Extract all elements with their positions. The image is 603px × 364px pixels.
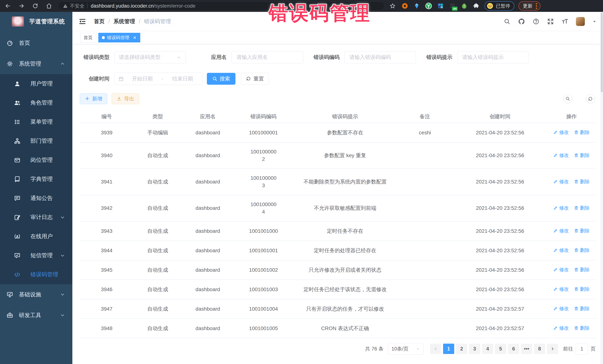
sidebar-item-audit-log[interactable]: 审计日志 [0, 208, 72, 227]
app-logo[interactable] [12, 16, 24, 26]
sidebar-item-org-tree[interactable]: 部门管理 [0, 132, 72, 151]
edit-button[interactable]: 修改 [553, 204, 569, 212]
delete-button[interactable]: 删除 [574, 324, 590, 332]
blue-gem-ext-icon[interactable] [413, 2, 420, 10]
reload-icon[interactable] [31, 2, 39, 10]
page-button-4[interactable]: 4 [482, 344, 493, 354]
sidebar-item-online-user[interactable]: 在线用户 [0, 227, 72, 246]
sidebar-item-gear[interactable]: 系统管理 [0, 53, 72, 74]
back-icon[interactable] [4, 2, 12, 10]
delete-button[interactable]: 删除 [574, 266, 590, 273]
edit-button[interactable]: 修改 [553, 266, 569, 273]
sidebar-item-badge[interactable]: 岗位管理 [0, 151, 72, 170]
row-id: 3944 [80, 241, 134, 260]
delete-button[interactable]: 删除 [574, 152, 590, 159]
tag-error-code[interactable]: 错误码管理 [98, 33, 140, 43]
edit-button[interactable]: 修改 [553, 305, 569, 312]
delete-button[interactable]: 删除 [574, 246, 590, 254]
breadcrumb-system[interactable]: 系统管理 [114, 18, 135, 25]
reset-button[interactable]: 重置 [241, 73, 269, 85]
table-row: 3945自动生成dashboard1001001002只允许修改为开启或者关闭状… [80, 260, 596, 280]
font-size-icon[interactable] [561, 18, 568, 25]
edit-button[interactable]: 修改 [553, 227, 569, 234]
page-button-3[interactable]: 3 [469, 344, 480, 354]
error-type-select[interactable]: 请选择错误码类型 [114, 51, 186, 63]
refresh-table-button[interactable] [586, 94, 595, 103]
date-range-picker[interactable]: 开始日期 - 结束日期 [114, 73, 203, 85]
sidebar-item-devtools[interactable]: 研发工具 [0, 305, 72, 326]
export-button[interactable]: 导出 [112, 93, 139, 104]
page-button-1[interactable]: 1 [443, 344, 454, 354]
row-id: 3939 [80, 123, 134, 142]
emoji-face-icon [487, 2, 494, 10]
delete-icon [574, 287, 579, 291]
hide-search-button[interactable] [563, 94, 572, 103]
delete-button[interactable]: 删除 [574, 178, 590, 185]
table-row: 3947自动生成dashboard1001001004只有开启状态的任务，才可以… [80, 299, 596, 319]
forward-icon[interactable] [17, 2, 26, 10]
green-leaf-ext-icon[interactable] [461, 2, 468, 10]
row-id: 3948 [80, 319, 134, 338]
bookmark-star-icon[interactable] [389, 2, 396, 10]
sidebar-item-announcement[interactable]: 通知公告 [0, 189, 72, 208]
page-button-8[interactable]: 8 [534, 344, 545, 354]
edit-button[interactable]: 修改 [553, 286, 569, 293]
total-count: 共 76 条 [365, 345, 383, 352]
delete-button[interactable]: 删除 [574, 204, 590, 212]
sidebar-item-menu-list[interactable]: 菜单管理 [0, 112, 72, 132]
sidebar-item-user[interactable]: 用户管理 [0, 74, 72, 93]
page-button-6[interactable]: 6 [508, 344, 519, 354]
browser-menu-icon[interactable] [536, 3, 537, 9]
puzzle-ext-icon[interactable] [472, 2, 480, 10]
color-grid-ext-icon[interactable] [437, 2, 444, 10]
add-button[interactable]: 新增 [80, 93, 107, 104]
breadcrumb-home[interactable]: 首页 [94, 18, 105, 25]
delete-button[interactable]: 删除 [574, 129, 590, 136]
update-button[interactable]: 更新 [518, 1, 541, 11]
error-hint-input[interactable] [457, 51, 529, 63]
sidebar-item-dictionary[interactable]: 字典管理 [0, 170, 72, 189]
delete-button[interactable]: 删除 [574, 305, 590, 312]
edit-button[interactable]: 修改 [553, 178, 569, 185]
tag-home[interactable]: 首页 [80, 33, 96, 43]
edit-button[interactable]: 修改 [553, 152, 569, 159]
user-icon [14, 81, 20, 87]
page-size-select[interactable]: 10条/页 [388, 343, 424, 354]
home-icon[interactable] [45, 2, 53, 10]
edit-button[interactable]: 修改 [553, 129, 569, 136]
fullscreen-icon[interactable] [547, 18, 554, 25]
edit-icon [553, 267, 558, 272]
paused-badge[interactable]: 已暂停 [485, 1, 514, 11]
sidebar-item-roles[interactable]: 角色管理 [0, 93, 72, 112]
github-icon[interactable] [518, 18, 525, 25]
page-scrollbar[interactable] [600, 12, 603, 364]
list-ext-icon[interactable]: on [449, 2, 456, 10]
scrollbar-thumb[interactable] [601, 13, 603, 92]
page-button-2[interactable]: 2 [456, 344, 467, 354]
page-button-5[interactable]: 5 [495, 344, 506, 354]
error-code-input[interactable] [344, 51, 416, 63]
sidebar-item-infrastructure[interactable]: 基础设施 [0, 284, 72, 305]
orange-circle-ext-icon[interactable] [401, 2, 408, 10]
hamburger-icon[interactable] [78, 17, 86, 26]
delete-button[interactable]: 删除 [574, 227, 590, 234]
app-name-input[interactable] [232, 51, 303, 63]
sidebar-item-dashboard[interactable]: 首页 [0, 33, 72, 53]
delete-button[interactable]: 删除 [574, 286, 590, 293]
user-avatar[interactable] [576, 17, 585, 26]
caret-down-icon[interactable] [592, 19, 597, 24]
close-icon[interactable] [133, 36, 137, 40]
sidebar-item-sms[interactable]: 短信管理 [0, 246, 72, 265]
prev-page-button[interactable] [430, 344, 441, 354]
search-icon[interactable] [504, 18, 510, 25]
page-ellipsis[interactable]: ••• [521, 344, 532, 354]
sidebar-item-code[interactable]: 错误码管理 [0, 265, 72, 284]
edit-button[interactable]: 修改 [553, 246, 569, 254]
next-page-button[interactable] [547, 344, 558, 354]
goto-page-input[interactable] [576, 343, 588, 354]
search-button[interactable]: 搜索 [207, 73, 235, 85]
row-actions: 修改删除 [547, 123, 596, 142]
help-icon[interactable] [533, 18, 540, 25]
green-y-ext-icon[interactable] [425, 2, 432, 10]
edit-button[interactable]: 修改 [553, 324, 569, 332]
